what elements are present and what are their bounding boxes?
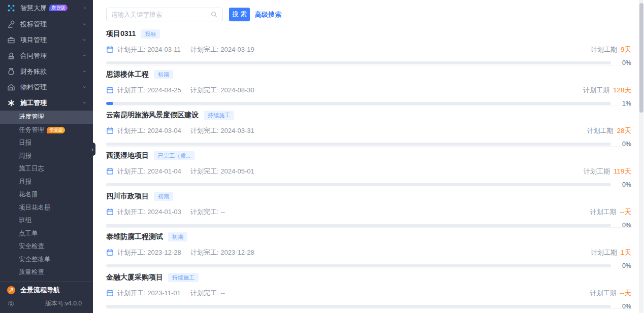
planned-start-date: 计划开工: 2023-12-28 <box>117 248 190 257</box>
version-label: 版本号:v4.0.0 <box>45 299 82 308</box>
stamp-icon <box>7 52 15 60</box>
project-card[interactable]: 泰维防腐工程测试 初期 计划开工: 2023-12-28 计划完工: 2023-… <box>106 228 631 268</box>
sidebar-subitem[interactable]: 花名册 <box>0 188 93 201</box>
gavel-icon <box>7 20 15 28</box>
scrollbar-thumb[interactable] <box>639 3 643 113</box>
search-icon[interactable] <box>210 11 218 18</box>
progress-bar <box>106 305 611 308</box>
sidebar-subitem[interactable]: 班组 <box>0 214 93 227</box>
project-status-tag: 初期 <box>168 232 187 241</box>
sidebar-item[interactable]: 智慧大屏 数智版 › <box>0 0 93 16</box>
project-card[interactable]: 金融大厦采购项目 持续施工 计划开工: 2023-11-01 计划完工: -- … <box>106 268 631 309</box>
project-status-tag: 初期 <box>154 192 173 201</box>
duration-days: 9天 <box>621 45 631 54</box>
planned-start-date: 计划开工: 2024-01-03 <box>117 207 190 217</box>
calendar-icon <box>106 127 114 134</box>
sidebar-main-nav: 智慧大屏 数智版 › 投标管理 › 项目管理 › 合同管理 › 财务账款 › 物… <box>0 0 93 111</box>
project-name: 云南昆明旅游风景度假区建设 <box>106 111 199 120</box>
planned-end-date: 计划完工: 2024-03-19 <box>190 45 254 54</box>
app-root: 智慧大屏 数智版 › 投标管理 › 项目管理 › 合同管理 › 财务账款 › 物… <box>0 0 644 313</box>
search-box <box>106 8 223 21</box>
planned-end-date: 计划完工: 2024-05-01 <box>190 167 254 176</box>
project-status-tag: 持续施工 <box>204 111 234 120</box>
progress-percent: 0% <box>616 303 631 309</box>
duration-days: 128天 <box>613 86 631 95</box>
sidebar-subitem[interactable]: 周报 <box>0 150 93 163</box>
progress-bar <box>106 143 611 146</box>
project-card[interactable]: 思源楼体工程 初期 计划开工: 2024-04-25 计划完工: 2024-08… <box>106 65 631 106</box>
edition-badge: 专业版 <box>47 127 65 133</box>
sidebar-subitem[interactable]: 月报 <box>0 176 93 189</box>
project-card[interactable]: 四川市政项目 初期 计划开工: 2024-01-03 计划完工: -- 计划工期… <box>106 187 631 228</box>
calendar-icon <box>106 208 114 216</box>
progress-percent: 0% <box>616 141 631 147</box>
project-status-tag: 已完工（质... <box>154 151 195 160</box>
gear-icon[interactable] <box>7 300 15 307</box>
sidebar-item[interactable]: 投标管理 › <box>0 16 93 32</box>
planned-end-date: 计划完工: -- <box>190 289 225 298</box>
sidebar-subitem[interactable]: 点工单 <box>0 227 93 240</box>
progress-bar <box>106 264 611 267</box>
chevron-icon: › <box>84 5 86 11</box>
sidebar-item[interactable]: 项目管理 › <box>0 32 93 48</box>
planned-duration: 计划工期 1天 <box>591 248 631 257</box>
search-button[interactable]: 搜 索 <box>229 8 250 21</box>
sidebar-subitem[interactable]: 日报 <box>0 136 93 150</box>
project-name: 四川市政项目 <box>106 192 149 201</box>
sidebar-subitem[interactable]: 安全整改单 <box>0 253 93 266</box>
sidebar-subitem[interactable]: 项目花名册 <box>0 201 93 215</box>
money-bag-icon <box>7 67 15 76</box>
smart-screen-icon <box>7 4 15 12</box>
project-name: 金融大厦采购项目 <box>106 273 163 282</box>
sidebar-submenu: 进度管理 任务管理 专业版 日报 周报 施工日志 月报 花名册 项目花名册 班组… <box>0 111 93 279</box>
scrollbar-track[interactable] <box>639 0 643 313</box>
warehouse-icon <box>7 83 15 91</box>
progress-percent: 0% <box>616 222 631 228</box>
collapse-chevron-icon: ‹ <box>91 146 93 152</box>
progress-percent: 0% <box>616 59 631 65</box>
search-bar: 搜 索 高级搜索 <box>106 8 631 21</box>
sidebar-subitem[interactable]: 质量检查 <box>0 266 93 279</box>
sidebar-subitem[interactable]: 任务管理 专业版 <box>0 124 93 137</box>
project-name: 泰维防腐工程测试 <box>106 232 163 241</box>
search-input[interactable] <box>111 11 210 18</box>
advanced-search-link[interactable]: 高级搜索 <box>255 10 281 19</box>
project-card[interactable]: 项目0311 投标 计划开工: 2024-03-11 计划完工: 2024-03… <box>106 25 631 65</box>
project-card[interactable]: 西溪湿地项目 已完工（质... 计划开工: 2024-01-04 计划完工: 2… <box>106 147 631 187</box>
sidebar-item[interactable]: 物料管理 › <box>0 79 93 95</box>
progress-percent: 0% <box>616 262 631 268</box>
planned-start-date: 计划开工: 2024-03-04 <box>117 126 190 135</box>
sidebar-item[interactable]: 财务账款 › <box>0 63 93 79</box>
sidebar-item-panorama-nav[interactable]: 全景流程导航 <box>0 282 93 299</box>
planned-end-date: 计划完工: 2024-03-31 <box>190 126 254 135</box>
project-name: 思源楼体工程 <box>106 70 149 79</box>
planned-start-date: 计划开工: 2024-03-11 <box>117 45 190 54</box>
sidebar-collapse-handle[interactable]: ‹ <box>89 143 95 156</box>
progress-bar <box>106 224 611 227</box>
sidebar-subitem[interactable]: 安全检查 <box>0 240 93 253</box>
sidebar-subitem[interactable]: 进度管理 <box>0 111 93 124</box>
duration-days: 119天 <box>614 167 631 176</box>
panorama-arrow-icon <box>7 286 15 294</box>
project-name: 西溪湿地项目 <box>106 151 149 160</box>
edition-badge: 数智版 <box>49 5 68 11</box>
progress-fill <box>106 102 113 105</box>
sidebar-item[interactable]: 施工管理 › <box>0 95 93 111</box>
planned-duration: 计划工期 --天 <box>590 207 632 217</box>
planned-duration: 计划工期 28天 <box>587 126 631 135</box>
main-content: 搜 索 高级搜索 项目0311 投标 计划开工: 2024-03-11 计划完工… <box>93 0 644 313</box>
chevron-icon: › <box>82 102 88 104</box>
planned-end-date: 计划完工: 2024-08-30 <box>190 86 254 95</box>
sidebar-item[interactable]: 合同管理 › <box>0 48 93 63</box>
duration-days: --天 <box>620 289 632 298</box>
duration-days: 28天 <box>617 126 631 135</box>
sidebar: 智慧大屏 数智版 › 投标管理 › 项目管理 › 合同管理 › 财务账款 › 物… <box>0 0 93 313</box>
project-list: 项目0311 投标 计划开工: 2024-03-11 计划完工: 2024-03… <box>106 25 631 309</box>
project-card[interactable]: 云南昆明旅游风景度假区建设 持续施工 计划开工: 2024-03-04 计划完工… <box>106 106 631 147</box>
sidebar-subitem[interactable]: 施工日志 <box>0 162 93 176</box>
project-status-tag: 持续施工 <box>168 273 199 282</box>
progress-bar <box>106 102 611 105</box>
panorama-nav-label: 全景流程导航 <box>20 286 60 295</box>
progress-bar <box>106 183 611 186</box>
chevron-icon: › <box>82 86 88 88</box>
